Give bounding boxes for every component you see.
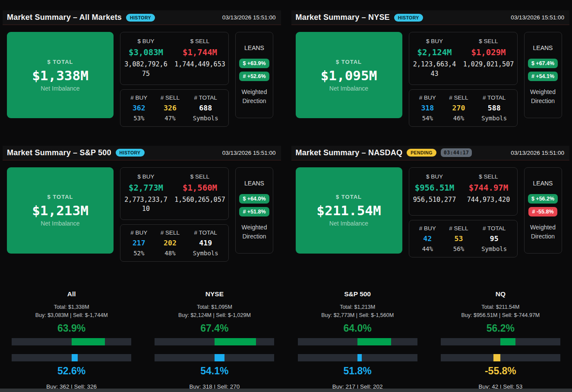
countdown-timer-badge: 03:44:17 [441, 148, 472, 157]
count-sell-value: 53 [449, 235, 468, 243]
panel-sp500: Market Summary – S&P 500 HISTORY 03/13/2… [3, 146, 281, 262]
column-buy-sell-line: Buy: $956.51M | Sell: $-744.97M [429, 312, 572, 318]
leans-caption: Weighted Direction [239, 223, 270, 241]
dollar-bar-fill [500, 338, 515, 345]
dollar-lean-percent: 63.9% [0, 323, 143, 334]
dollar-sell-value: $1,560M [174, 183, 226, 192]
dollar-buy-raw: 2,123,663,443 [411, 60, 458, 79]
total-label: $ TOTAL [336, 194, 362, 200]
status-badge[interactable]: HISTORY [394, 14, 423, 22]
panel-timestamp: 03/13/2026 15:51:00 [511, 14, 564, 21]
count-sell-pct: 48% [161, 250, 180, 257]
count-lean-percent: 51.8% [286, 365, 429, 377]
symbol-counts-box: # BUY 217 52% # SELL 202 48% # TOTAL 419… [120, 224, 229, 262]
dashboard: Market Summary – All Markets HISTORY 03/… [0, 0, 572, 262]
panel-body: $ TOTAL $211.54M Net Imbalance $ BUY $95… [291, 160, 570, 257]
count-total-label: # TOTAL [481, 225, 507, 232]
panel-timestamp: 03/13/2026 15:51:00 [222, 14, 276, 21]
count-imbalance-bar [298, 354, 417, 361]
total-label: $ TOTAL [336, 59, 362, 65]
panel-title: Market Summary – S&P 500 [7, 148, 111, 157]
dollar-buy-raw: 956,510,277 [411, 195, 458, 205]
leans-box: LEANS $ +67.4% # +54.1% Weighted Directi… [524, 32, 562, 118]
dollar-bar-fill [357, 338, 391, 345]
dollar-buy-label: $ BUY [411, 173, 458, 180]
dollar-buy-sell-box: $ BUY $2,773M 2,773,233,710 $ SELL $1,56… [120, 167, 229, 220]
count-total-value: 419 [193, 239, 218, 247]
num-lean-badge: # +52.6% [239, 72, 269, 81]
count-total-label: # TOTAL [193, 229, 218, 236]
dollar-sell-raw: 1,560,265,057 [174, 195, 226, 205]
count-sell-label: # SELL [161, 94, 180, 101]
panel-header: Market Summary – NASDAQ PENDING 03:44:17… [291, 146, 570, 160]
dollar-sell-label: $ SELL [462, 38, 515, 44]
net-imbalance-card: $ TOTAL $211.54M Net Imbalance [296, 167, 402, 254]
leans-box: LEANS $ +63.9% # +52.6% Weighted Directi… [235, 32, 273, 118]
symbol-counts-box: # BUY 318 54% # SELL 270 46% # TOTAL 588… [409, 89, 518, 127]
total-value: $1,338M [32, 68, 88, 83]
dollar-imbalance-bar [12, 338, 131, 345]
dollar-sell-label: $ SELL [174, 173, 226, 180]
dollar-bar-fill [72, 338, 105, 345]
total-value: $1,095M [321, 68, 377, 83]
status-badge[interactable]: HISTORY [126, 14, 155, 22]
count-lean-percent: 52.6% [0, 365, 143, 377]
count-bar-fill [72, 354, 78, 361]
leans-box: LEANS $ +64.0% # +51.8% Weighted Directi… [235, 167, 273, 254]
dollar-sell-raw: 1,744,449,653 [174, 60, 226, 69]
leans-title: LEANS [244, 180, 264, 187]
leans-title: LEANS [533, 44, 553, 51]
panel-header: Market Summary – S&P 500 HISTORY 03/13/2… [3, 146, 281, 160]
count-total-label: # TOTAL [193, 94, 218, 101]
panel-timestamp: 03/13/2026 15:51:00 [222, 150, 276, 156]
status-badge[interactable]: PENDING [407, 149, 436, 157]
count-total-sub: Symbols [481, 245, 507, 252]
count-imbalance-bar [155, 354, 274, 361]
dollar-lean-badge: $ +63.9% [239, 59, 269, 68]
dollar-lean-badge: $ +64.0% [239, 194, 269, 204]
dollar-buy-label: $ BUY [123, 173, 169, 180]
dollar-imbalance-bar [441, 338, 560, 345]
count-buy-value: 318 [419, 104, 436, 112]
comparison-column-nq: NQ Total: $211.54M Buy: $956.51M | Sell:… [429, 290, 572, 390]
count-lean-percent: 54.1% [143, 365, 286, 377]
num-lean-badge: # -55.8% [528, 207, 557, 216]
total-value: $1,213M [32, 203, 88, 218]
count-total-sub: Symbols [193, 250, 218, 257]
leans-caption: Weighted Direction [528, 88, 559, 106]
panel-body: $ TOTAL $1,213M Net Imbalance $ BUY $2,7… [3, 160, 281, 262]
dollar-buy-raw: 3,082,792,675 [123, 60, 169, 79]
status-badge[interactable]: HISTORY [116, 149, 145, 157]
dollar-buy-value: $2,773M [123, 183, 169, 192]
comparison-column-nyse: NYSE Total: $1,095M Buy: $2,124M | Sell:… [143, 290, 286, 390]
count-buy-value: 42 [419, 235, 436, 243]
dollar-buy-raw: 2,773,233,710 [123, 195, 169, 214]
count-total-value: 95 [481, 235, 507, 243]
count-buy-label: # BUY [419, 225, 436, 232]
horizontal-scrollbar[interactable] [0, 389, 572, 392]
count-buy-label: # BUY [130, 94, 147, 101]
column-title: NYSE [143, 290, 286, 298]
total-subtitle: Net Imbalance [41, 85, 79, 92]
count-total-sub: Symbols [193, 115, 218, 122]
dollar-sell-value: $744.97M [462, 183, 515, 192]
column-total-line: Total: $211.54M [429, 304, 572, 310]
dollar-sell-value: $1,029M [462, 47, 515, 57]
dollar-sell-label: $ SELL [174, 38, 226, 44]
total-subtitle: Net Imbalance [329, 85, 368, 92]
comparison-column-all: All Total: $1,338M Buy: $3,083M | Sell: … [0, 290, 143, 390]
column-title: NQ [429, 290, 572, 298]
total-value: $211.54M [316, 203, 381, 218]
dollar-sell-label: $ SELL [462, 173, 515, 180]
column-total-line: Total: $1,338M [0, 304, 143, 310]
dollar-lean-badge: $ +67.4% [528, 59, 558, 68]
dollar-buy-value: $2,124M [411, 47, 458, 57]
count-sell-pct: 56% [449, 245, 468, 252]
count-imbalance-bar [441, 354, 560, 361]
count-lean-percent: -55.8% [429, 365, 572, 377]
panel-nyse: Market Summary – NYSE HISTORY 03/13/2026… [291, 10, 570, 127]
leans-caption: Weighted Direction [528, 223, 559, 241]
leans-title: LEANS [533, 180, 553, 187]
column-total-line: Total: $1,213M [286, 304, 429, 310]
count-imbalance-bar [12, 354, 131, 361]
